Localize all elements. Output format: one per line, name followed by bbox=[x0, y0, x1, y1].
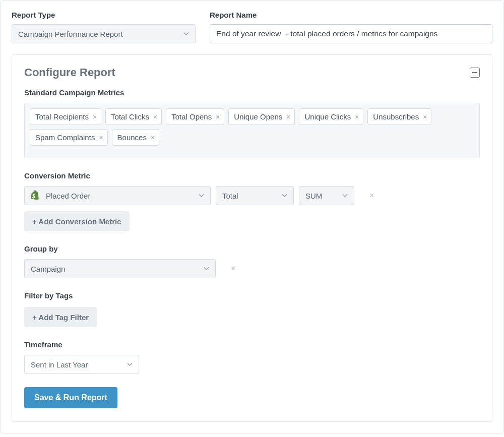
chip-label: Unique Opens bbox=[234, 112, 282, 121]
chip-label: Spam Complaints bbox=[35, 133, 95, 142]
timeframe-section: Timeframe Sent in Last Year bbox=[24, 340, 480, 374]
conversion-metric-label: Conversion Metric bbox=[24, 171, 480, 180]
group-by-section: Group by Campaign × bbox=[24, 244, 480, 278]
metric-chip[interactable]: Unique Opens× bbox=[228, 108, 295, 125]
report-builder-card: Report Type Campaign Performance Report … bbox=[0, 0, 504, 433]
chip-remove-icon[interactable]: × bbox=[286, 113, 290, 121]
chip-label: Bounces bbox=[117, 133, 147, 142]
metric-chip[interactable]: Unsubscribes× bbox=[367, 108, 431, 125]
top-row: Report Type Campaign Performance Report … bbox=[12, 11, 492, 43]
metric-chip[interactable]: Total Clicks× bbox=[105, 108, 162, 125]
conversion-aggregation-select[interactable]: SUM bbox=[299, 186, 354, 205]
chevron-down-icon bbox=[127, 363, 133, 366]
chip-remove-icon[interactable]: × bbox=[355, 113, 359, 121]
chip-label: Total Clicks bbox=[111, 112, 149, 121]
group-by-row: Campaign × bbox=[24, 259, 480, 278]
shopify-icon bbox=[30, 190, 40, 201]
metric-chip[interactable]: Total Recipients× bbox=[30, 108, 101, 125]
chevron-down-icon bbox=[183, 32, 189, 36]
chip-remove-icon[interactable]: × bbox=[423, 113, 427, 121]
configure-title: Configure Report bbox=[24, 66, 115, 79]
filter-by-tags-section: Filter by Tags + Add Tag Filter bbox=[24, 291, 480, 327]
standard-metrics-well[interactable]: Total Recipients× Total Clicks× Total Op… bbox=[24, 103, 480, 158]
conversion-aggregation-value: SUM bbox=[305, 192, 322, 200]
metric-chip[interactable]: Spam Complaints× bbox=[30, 129, 108, 146]
chevron-down-icon bbox=[199, 194, 204, 198]
chip-label: Unsubscribes bbox=[373, 112, 419, 121]
chip-remove-icon[interactable]: × bbox=[216, 113, 220, 121]
timeframe-select[interactable]: Sent in Last Year bbox=[24, 355, 139, 374]
configure-report-panel: Configure Report Standard Campaign Metri… bbox=[12, 54, 492, 422]
chip-label: Total Recipients bbox=[35, 112, 89, 121]
report-type-label: Report Type bbox=[12, 11, 196, 19]
conversion-metric-value: Placed Order bbox=[46, 192, 90, 200]
report-name-input[interactable] bbox=[210, 24, 492, 43]
chip-remove-icon[interactable]: × bbox=[93, 113, 97, 121]
conversion-metric-section: Conversion Metric Placed Order Total bbox=[24, 171, 480, 231]
chip-remove-icon[interactable]: × bbox=[153, 113, 157, 121]
timeframe-label: Timeframe bbox=[24, 340, 480, 349]
save-run-report-button[interactable]: Save & Run Report bbox=[24, 387, 117, 408]
chip-remove-icon[interactable]: × bbox=[151, 134, 155, 142]
timeframe-value: Sent in Last Year bbox=[31, 360, 88, 369]
chip-remove-icon[interactable]: × bbox=[99, 134, 103, 142]
report-name-group: Report Name bbox=[210, 11, 492, 43]
group-by-select[interactable]: Campaign bbox=[24, 259, 216, 278]
conversion-scope-value: Total bbox=[222, 192, 238, 200]
remove-conversion-row[interactable]: × bbox=[366, 191, 377, 200]
report-type-select[interactable]: Campaign Performance Report bbox=[12, 24, 196, 43]
standard-metrics-label: Standard Campaign Metrics bbox=[24, 88, 480, 97]
report-type-value: Campaign Performance Report bbox=[18, 30, 123, 38]
collapse-button[interactable] bbox=[470, 68, 480, 78]
conversion-scope-select[interactable]: Total bbox=[216, 186, 294, 205]
report-type-group: Report Type Campaign Performance Report bbox=[12, 11, 196, 43]
group-by-label: Group by bbox=[24, 244, 480, 253]
chip-label: Unique Clicks bbox=[304, 112, 351, 121]
chevron-down-icon bbox=[282, 194, 287, 198]
minus-icon bbox=[472, 72, 477, 73]
chevron-down-icon bbox=[204, 267, 209, 271]
conversion-metric-select[interactable]: Placed Order bbox=[24, 186, 211, 205]
remove-group-by-row[interactable]: × bbox=[228, 264, 238, 273]
add-tag-filter-button[interactable]: + Add Tag Filter bbox=[24, 307, 97, 327]
filter-by-tags-label: Filter by Tags bbox=[24, 291, 480, 300]
chevron-down-icon bbox=[342, 194, 348, 198]
group-by-value: Campaign bbox=[31, 265, 65, 273]
report-name-label: Report Name bbox=[210, 11, 492, 19]
add-conversion-metric-button[interactable]: + Add Conversion Metric bbox=[24, 211, 130, 231]
chip-label: Total Opens bbox=[171, 112, 212, 121]
metric-chip[interactable]: Total Opens× bbox=[166, 108, 224, 125]
conversion-metric-row: Placed Order Total SUM × bbox=[24, 186, 480, 205]
configure-header: Configure Report bbox=[24, 66, 480, 79]
metric-chip[interactable]: Unique Clicks× bbox=[299, 108, 363, 125]
metric-chip[interactable]: Bounces× bbox=[112, 129, 160, 146]
